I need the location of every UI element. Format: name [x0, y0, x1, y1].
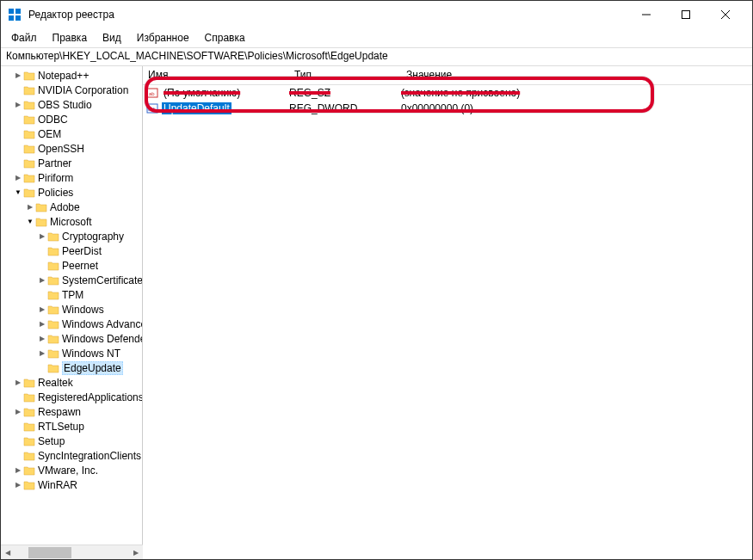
tree-item-label: Windows Defender	[62, 333, 142, 345]
tree-item[interactable]: Partner	[1, 156, 142, 170]
tree-item[interactable]: ▼Policies	[1, 185, 142, 200]
svg-rect-5	[682, 11, 690, 19]
svg-rect-1	[15, 9, 21, 14]
tree-item-label: TPM	[62, 289, 83, 301]
folder-icon	[47, 334, 59, 344]
tree-item-label: VMware, Inc.	[38, 465, 98, 477]
column-header-name[interactable]: Имя	[143, 66, 289, 84]
menu-view[interactable]: Вид	[96, 30, 128, 46]
tree-item[interactable]: ▶Respawn	[1, 404, 142, 419]
titlebar[interactable]: Редактор реестра	[1, 1, 752, 28]
dword-icon: 011	[146, 102, 158, 114]
tree-item[interactable]: Peernet	[1, 258, 142, 273]
tree-item[interactable]: ODBC	[1, 112, 142, 126]
tree-item[interactable]: EdgeUpdate	[1, 360, 142, 375]
svg-text:ab: ab	[149, 91, 155, 96]
folder-icon	[35, 217, 47, 227]
string-icon: ab	[146, 87, 158, 99]
registry-value-row[interactable]: 011UpdateDefaultREG_DWORD0x00000000 (0)	[143, 101, 752, 116]
folder-icon	[23, 114, 35, 125]
tree-item[interactable]: Setup	[1, 434, 142, 448]
cell-value: (значение не присвоено)	[401, 87, 752, 99]
tree-item[interactable]: ▶WinRAR	[1, 477, 142, 492]
tree-item[interactable]: ▼Microsoft	[1, 214, 142, 229]
registry-editor-window: Редактор реестра Файл Правка Вид Избранн…	[0, 0, 753, 560]
address-bar[interactable]: Компьютер\HKEY_LOCAL_MACHINE\SOFTWARE\Po…	[1, 47, 752, 66]
tree-item[interactable]: TPM	[1, 287, 142, 302]
scrollbar-thumb[interactable]	[28, 547, 71, 558]
tree-item[interactable]: ▶Windows NT	[1, 346, 142, 360]
folder-icon	[23, 158, 35, 169]
cell-type: REG_DWORD	[289, 102, 401, 114]
tree-item-label: PeerDist	[62, 245, 102, 257]
tree-item-label: SystemCertificates	[62, 274, 142, 286]
tree-item[interactable]: ▶Cryptography	[1, 229, 142, 243]
tree-item[interactable]: RTLSetup	[1, 419, 142, 434]
minimize-button[interactable]	[626, 1, 666, 28]
tree-item-label: Realtek	[38, 377, 73, 389]
close-button[interactable]	[706, 1, 745, 28]
svg-rect-3	[15, 15, 21, 21]
folder-icon	[47, 261, 59, 271]
tree-item-label: Notepad++	[38, 70, 89, 82]
value-name: (По умолчанию)	[162, 87, 242, 99]
folder-icon	[23, 378, 35, 388]
tree-item[interactable]: OpenSSH	[1, 141, 142, 156]
tree-item[interactable]: ▶SystemCertificates	[1, 273, 142, 287]
folder-icon	[47, 246, 59, 256]
menubar: Файл Правка Вид Избранное Справка	[1, 28, 752, 47]
list-header: Имя Тип Значение	[143, 66, 752, 85]
tree-item[interactable]: NVIDIA Corporation	[1, 83, 142, 97]
value-name: UpdateDefault	[162, 102, 231, 114]
folder-icon	[23, 392, 35, 403]
maximize-button[interactable]	[666, 1, 706, 28]
tree-item[interactable]: RegisteredApplications	[1, 390, 142, 404]
tree-item[interactable]: ▶Realtek	[1, 375, 142, 390]
menu-edit[interactable]: Правка	[46, 30, 95, 46]
tree-panel[interactable]: ▶Notepad++NVIDIA Corporation▶OBS StudioO…	[1, 66, 143, 559]
tree-item-label: Cryptography	[62, 231, 124, 243]
folder-icon	[23, 129, 35, 139]
window-controls	[626, 1, 745, 28]
column-header-type[interactable]: Тип	[289, 66, 401, 84]
tree-item-label: Piriform	[38, 172, 73, 184]
tree-item[interactable]: OEM	[1, 126, 142, 141]
folder-icon	[35, 202, 47, 212]
tree-item[interactable]: ▶VMware, Inc.	[1, 463, 142, 477]
menu-file[interactable]: Файл	[4, 30, 44, 46]
tree-item[interactable]: ▶Windows Defender	[1, 331, 142, 346]
tree-item[interactable]: PeerDist	[1, 243, 142, 258]
tree-item-label: Partner	[38, 157, 71, 169]
column-header-value[interactable]: Значение	[401, 66, 752, 84]
window-title: Редактор реестра	[28, 9, 626, 21]
folder-icon	[47, 319, 59, 329]
folder-icon	[47, 231, 59, 242]
registry-value-row[interactable]: ab(По умолчанию)REG_SZ(значение не присв…	[143, 85, 752, 101]
scroll-left-icon[interactable]: ◀	[1, 545, 15, 560]
tree-item-label: Windows NT	[62, 348, 120, 360]
menu-favorites[interactable]: Избранное	[130, 30, 196, 46]
content-area: ▶Notepad++NVIDIA Corporation▶OBS StudioO…	[1, 66, 752, 559]
list-panel[interactable]: Имя Тип Значение ab(По умолчанию)REG_SZ(…	[143, 66, 752, 559]
tree-item[interactable]: SyncIntegrationClients	[1, 448, 142, 463]
folder-icon	[23, 436, 35, 446]
tree-item-label: EdgeUpdate	[62, 361, 123, 375]
folder-icon	[23, 100, 35, 110]
svg-rect-2	[9, 15, 14, 21]
tree-item-label: Peernet	[62, 260, 98, 272]
tree-item[interactable]: ▶Windows Advanced	[1, 317, 142, 331]
tree-item[interactable]: ▶Adobe	[1, 200, 142, 214]
tree-item[interactable]: ▶Notepad++	[1, 68, 142, 83]
tree-item[interactable]: ▶Piriform	[1, 170, 142, 185]
tree-item-label: Policies	[38, 187, 73, 199]
tree-item-label: Setup	[38, 435, 65, 447]
list-rows: ab(По умолчанию)REG_SZ(значение не присв…	[143, 85, 752, 116]
scroll-right-icon[interactable]: ▶	[129, 545, 143, 560]
menu-help[interactable]: Справка	[198, 30, 252, 46]
folder-icon	[23, 480, 35, 490]
tree-item-label: NVIDIA Corporation	[38, 84, 128, 96]
tree-horizontal-scrollbar[interactable]: ◀ ▶	[1, 545, 143, 559]
tree-item[interactable]: ▶Windows	[1, 302, 142, 317]
folder-icon	[23, 85, 35, 95]
tree-item[interactable]: ▶OBS Studio	[1, 97, 142, 112]
